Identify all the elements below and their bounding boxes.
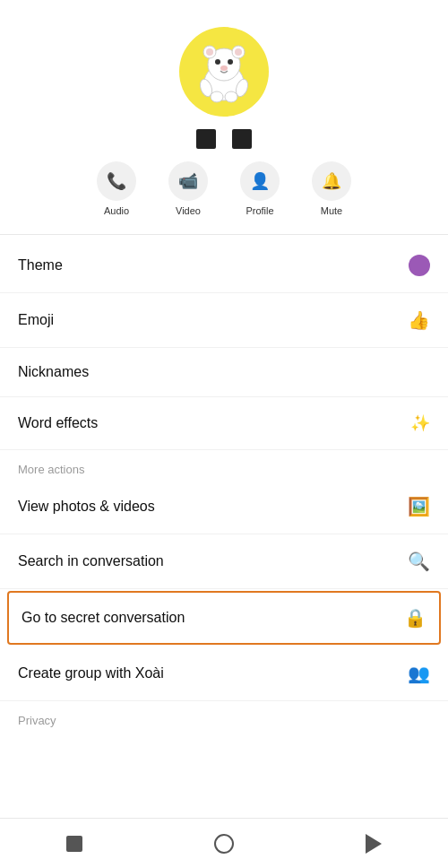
nav-circle-icon bbox=[214, 834, 234, 854]
audio-button[interactable]: 📞 Audio bbox=[97, 161, 136, 216]
word-effects-icon: ✨ bbox=[410, 413, 430, 433]
svg-point-6 bbox=[215, 59, 220, 65]
video-icon: 📹 bbox=[168, 161, 208, 201]
search-label: Search in conversation bbox=[18, 553, 164, 569]
scroll-content[interactable]: 📞 Audio 📹 Video 👤 Profile 🔔 Mute Theme bbox=[0, 0, 448, 818]
audio-label: Audio bbox=[104, 205, 129, 216]
more-actions-section: View photos & videos 🖼️ Search in conver… bbox=[0, 480, 448, 701]
secret-label: Go to secret conversation bbox=[22, 610, 185, 626]
profile-icon: 👤 bbox=[240, 161, 280, 201]
nav-square-icon bbox=[66, 836, 82, 852]
emoji-thumb-icon: 👍 bbox=[408, 309, 430, 331]
search-menu-item[interactable]: Search in conversation 🔍 bbox=[0, 534, 448, 589]
photos-label: View photos & videos bbox=[18, 499, 155, 515]
svg-point-3 bbox=[206, 48, 213, 56]
mute-icon: 🔔 bbox=[312, 161, 351, 201]
secret-conversation-menu-item[interactable]: Go to secret conversation 🔒 bbox=[7, 591, 441, 645]
bottom-spacer bbox=[0, 731, 448, 803]
mute-button[interactable]: 🔔 Mute bbox=[312, 161, 351, 216]
word-effects-menu-item[interactable]: Word effects ✨ bbox=[0, 397, 448, 450]
mute-label: Mute bbox=[321, 205, 342, 216]
profile-label: Profile bbox=[246, 205, 273, 216]
create-group-label: Create group with Xoài bbox=[18, 665, 164, 681]
privacy-header: Privacy bbox=[0, 701, 448, 731]
nav-triangle-icon bbox=[366, 834, 382, 854]
nicknames-label: Nicknames bbox=[18, 364, 89, 380]
status-square-1 bbox=[196, 129, 216, 149]
video-button[interactable]: 📹 Video bbox=[168, 161, 208, 216]
top-divider bbox=[0, 234, 448, 235]
nav-home-button[interactable] bbox=[208, 828, 240, 860]
emoji-menu-item[interactable]: Emoji 👍 bbox=[0, 293, 448, 348]
nicknames-menu-item[interactable]: Nicknames bbox=[0, 348, 448, 397]
avatar[interactable] bbox=[179, 27, 269, 117]
svg-point-8 bbox=[220, 65, 228, 71]
create-group-menu-item[interactable]: Create group with Xoài 👥 bbox=[0, 647, 448, 701]
group-icon: 👥 bbox=[408, 663, 430, 684]
profile-section: 📞 Audio 📹 Video 👤 Profile 🔔 Mute bbox=[0, 0, 448, 230]
audio-icon: 📞 bbox=[97, 161, 136, 201]
theme-label: Theme bbox=[18, 257, 63, 273]
svg-point-12 bbox=[225, 91, 237, 102]
photo-icon: 🖼️ bbox=[408, 496, 430, 517]
theme-menu-item[interactable]: Theme bbox=[0, 239, 448, 293]
status-square-2 bbox=[232, 129, 252, 149]
profile-button[interactable]: 👤 Profile bbox=[240, 161, 280, 216]
avatar-image bbox=[188, 36, 260, 108]
emoji-label: Emoji bbox=[18, 312, 54, 328]
action-buttons: 📞 Audio 📹 Video 👤 Profile 🔔 Mute bbox=[97, 161, 351, 216]
more-actions-header: More actions bbox=[0, 450, 448, 480]
lock-icon: 🔒 bbox=[404, 607, 426, 629]
video-label: Video bbox=[176, 205, 201, 216]
status-icons bbox=[196, 129, 252, 149]
nav-back-button[interactable] bbox=[58, 828, 90, 860]
bottom-nav bbox=[0, 818, 448, 868]
svg-point-11 bbox=[211, 91, 223, 102]
theme-icon bbox=[409, 255, 430, 276]
svg-point-7 bbox=[228, 59, 233, 65]
svg-point-5 bbox=[235, 48, 242, 56]
photos-menu-item[interactable]: View photos & videos 🖼️ bbox=[0, 480, 448, 534]
word-effects-label: Word effects bbox=[18, 415, 98, 431]
search-icon: 🔍 bbox=[408, 551, 430, 572]
nav-menu-button[interactable] bbox=[358, 828, 390, 860]
menu-section: Theme Emoji 👍 Nicknames Word effects ✨ bbox=[0, 239, 448, 450]
